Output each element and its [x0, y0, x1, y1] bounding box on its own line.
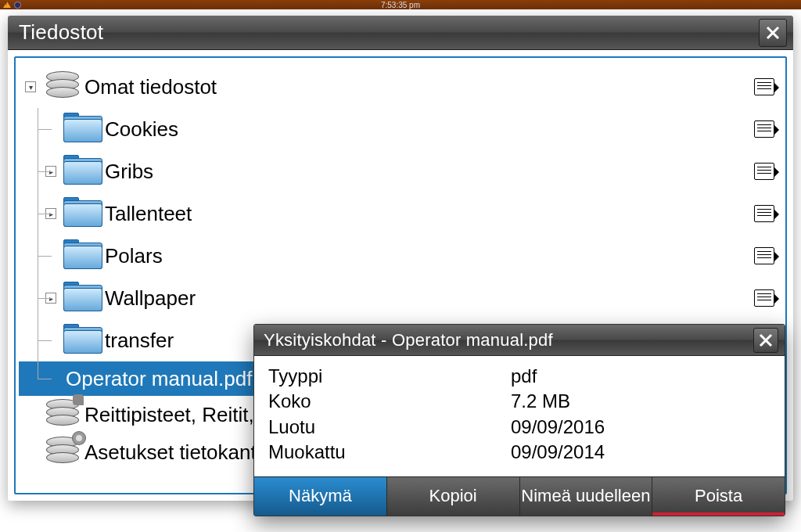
folder-label: Tallenteet	[105, 202, 748, 226]
folder-icon	[61, 241, 105, 271]
view-button[interactable]: Näkymä	[254, 477, 387, 516]
folder-cookies[interactable]: Cookies	[19, 108, 782, 150]
close-icon	[765, 25, 781, 41]
detail-row-size: Koko 7.2 MB	[268, 389, 770, 414]
properties-button[interactable]	[754, 163, 774, 180]
folder-label: Cookies	[105, 117, 748, 142]
properties-button[interactable]	[754, 289, 774, 307]
properties-button[interactable]	[754, 78, 774, 95]
properties-button[interactable]	[754, 247, 774, 264]
detail-key: Luotu	[268, 415, 511, 440]
folder-label: Polars	[105, 244, 748, 268]
details-dialog: Yksityiskohdat - Operator manual.pdf Tyy…	[253, 324, 785, 516]
detail-row-created: Luotu 09/09/2016	[268, 415, 770, 440]
detail-value: 09/09/2014	[511, 440, 605, 465]
folder-wallpaper[interactable]: ▸ Wallpaper	[19, 277, 782, 319]
expander-icon[interactable]: ▾	[25, 81, 36, 92]
detail-value: 7.2 MB	[511, 389, 570, 414]
folder-icon	[61, 325, 105, 355]
database-icon	[41, 71, 84, 102]
details-body: Tyyppi pdf Koko 7.2 MB Luotu 09/09/2016 …	[254, 356, 785, 476]
detail-key: Muokattu	[268, 440, 511, 465]
folder-label: Wallpaper	[105, 286, 748, 311]
details-close-button[interactable]	[753, 328, 778, 353]
database-flag-icon	[41, 399, 84, 430]
folder-icon	[61, 199, 105, 228]
database-gear-icon	[41, 437, 84, 468]
detail-key: Tyyppi	[268, 364, 511, 389]
details-titlebar: Yksityiskohdat - Operator manual.pdf	[254, 325, 785, 356]
globe-icon	[14, 2, 21, 9]
copy-button[interactable]: Kopioi	[387, 477, 520, 516]
properties-button[interactable]	[754, 205, 774, 222]
folder-label: Gribs	[105, 160, 748, 184]
folder-icon	[61, 114, 105, 144]
detail-value: 09/09/2016	[511, 415, 605, 440]
delete-button[interactable]: Poista	[652, 477, 785, 516]
folder-icon	[61, 156, 105, 186]
files-close-button[interactable]	[759, 19, 787, 47]
folder-tallenteet[interactable]: ▸ Tallenteet	[19, 192, 782, 235]
files-title: Tiedostot	[19, 20, 103, 45]
detail-value: pdf	[511, 364, 537, 389]
status-time: 7:53:35 pm	[381, 1, 420, 9]
detail-row-modified: Muokattu 09/09/2014	[268, 440, 770, 465]
status-icons	[3, 0, 21, 9]
details-title: Yksityiskohdat - Operator manual.pdf	[264, 330, 553, 350]
warning-icon	[3, 2, 11, 8]
root-label: Omat tiedostot	[84, 75, 748, 99]
detail-key: Koko	[268, 389, 511, 414]
status-bar: 7:53:35 pm	[0, 0, 801, 9]
folder-icon	[61, 283, 105, 313]
close-icon	[758, 332, 774, 348]
detail-row-type: Tyyppi pdf	[268, 364, 770, 389]
rename-button[interactable]: Nimeä uudelleen	[520, 477, 653, 516]
tree-root[interactable]: ▾ Omat tiedostot	[19, 66, 782, 108]
folder-gribs[interactable]: ▸ Gribs	[19, 150, 782, 192]
properties-button[interactable]	[754, 120, 774, 138]
files-titlebar: Tiedostot	[8, 16, 793, 50]
details-buttons: Näkymä Kopioi Nimeä uudelleen Poista	[254, 476, 785, 516]
folder-polars[interactable]: Polars	[19, 235, 782, 277]
